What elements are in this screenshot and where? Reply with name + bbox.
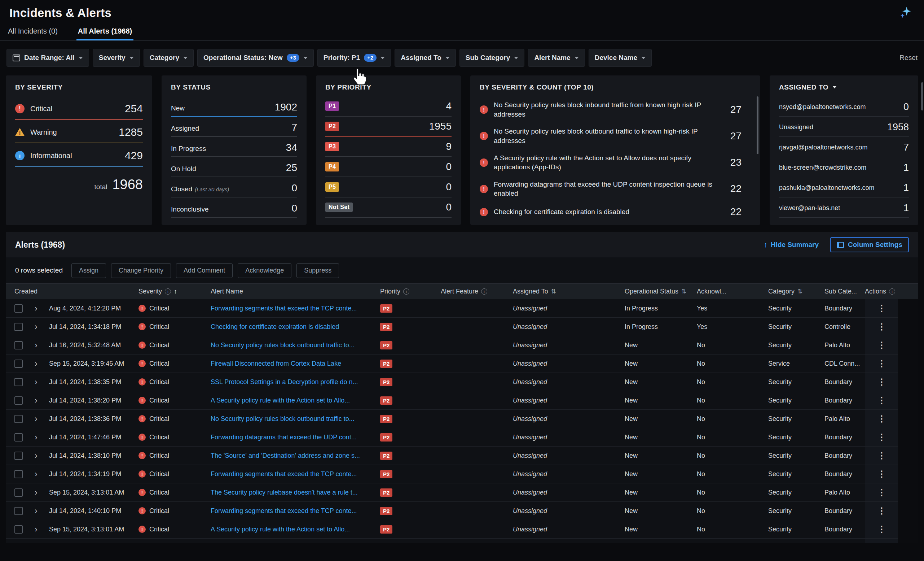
severity-summary-row[interactable]: Critical 254 [15,96,143,120]
row-checkbox[interactable] [14,470,23,478]
more-actions-icon[interactable] [878,378,886,386]
row-checkbox[interactable] [14,415,23,423]
alert-name-link[interactable]: Forwarding segments that exceed the TCP … [211,305,357,312]
alert-name-link[interactable]: Forwarding segments that exceed the TCP … [211,471,357,478]
assigned-to-dropdown[interactable]: ASSIGNED TO [779,83,909,91]
filter-pill[interactable]: Severity [93,49,140,67]
expand-row-icon[interactable] [34,489,38,497]
top-alert-row[interactable]: Forwarding datagrams that exceed the UDP… [480,176,751,202]
column-header[interactable]: Alert Name [211,288,380,295]
expand-row-icon[interactable] [34,507,38,515]
expand-row-icon[interactable] [34,525,38,534]
expand-row-icon[interactable] [34,415,38,423]
row-checkbox[interactable] [14,433,23,442]
row-checkbox[interactable] [14,341,23,349]
more-actions-icon[interactable] [878,507,886,515]
filter-pill[interactable]: Priority: P1 +2 [317,49,391,67]
alert-name-link[interactable]: The Security policy rulebase doesn't hav… [211,489,358,496]
bulk-action-button[interactable]: Acknowledge [238,263,291,278]
column-header[interactable]: Actions [865,288,898,295]
scrollbar-thumb[interactable] [757,96,759,154]
expand-row-icon[interactable] [34,433,38,442]
alert-name-link[interactable]: Forwarding datagrams that exceed the UDP… [211,433,357,441]
row-checkbox[interactable] [14,489,23,497]
priority-summary-row[interactable]: P1 4 [325,96,452,117]
priority-summary-row[interactable]: P5 0 [325,177,452,197]
column-header[interactable]: Operational Status [625,288,697,295]
row-checkbox[interactable] [14,507,23,515]
expand-row-icon[interactable] [34,304,38,313]
filter-pill[interactable]: Sub Category [459,49,525,67]
severity-summary-row[interactable]: Informational 429 [15,143,143,167]
hide-summary-button[interactable]: Hide Summary [764,241,819,249]
priority-summary-row[interactable]: P3 9 [325,137,452,157]
more-actions-icon[interactable] [878,341,886,349]
assignee-row[interactable]: nsyed@paloaltonetworks.com 0 [779,96,909,117]
more-actions-icon[interactable] [878,359,886,368]
more-actions-icon[interactable] [878,451,886,460]
bulk-action-button[interactable]: Change Priority [111,263,171,278]
top-alert-row[interactable]: A Security policy rule with the Action s… [480,149,751,176]
priority-summary-row[interactable]: Not Set 0 [325,197,452,218]
row-checkbox[interactable] [14,359,23,368]
column-settings-button[interactable]: Column Settings [830,237,909,252]
filter-pill[interactable]: Alert Name [528,49,585,67]
row-checkbox[interactable] [14,378,23,386]
priority-summary-row[interactable]: P4 0 [325,157,452,177]
expand-row-icon[interactable] [34,470,38,478]
expand-row-icon[interactable] [34,359,38,368]
more-actions-icon[interactable] [878,304,886,313]
alert-name-link[interactable]: Firewall Disconnected from Cortex Data L… [211,360,341,367]
top-alert-row[interactable]: Checking for certificate expiration is d… [480,202,751,222]
assignee-row[interactable]: pashukla@paloaltonetworks.com 1 [779,177,909,197]
row-checkbox[interactable] [14,304,23,313]
row-checkbox[interactable] [14,323,23,331]
tab[interactable]: All Alerts (1968) [76,27,134,41]
column-header[interactable]: Severity [138,288,211,295]
expand-row-icon[interactable] [34,323,38,331]
column-header[interactable]: Acknowl... [697,288,768,295]
status-summary-row[interactable]: New 1902 [171,96,297,117]
filter-pill[interactable]: Operational Status: New +3 [197,49,314,67]
column-header[interactable]: Category [768,288,825,295]
alert-name-link[interactable]: Checking for certificate expiration is d… [211,323,339,331]
expand-row-icon[interactable] [34,396,38,405]
top-alert-row[interactable]: No Security policy rules block outbound … [480,123,751,149]
status-summary-row[interactable]: Assigned 7 [171,117,297,137]
more-actions-icon[interactable] [878,396,886,405]
alert-name-link[interactable]: SSL Protocol Settings in a Decryption pr… [211,378,358,386]
expand-row-icon[interactable] [34,452,38,460]
priority-summary-row[interactable]: P2 1955 [325,117,452,137]
scrollbar-thumb[interactable] [921,82,923,110]
more-actions-icon[interactable] [878,433,886,442]
column-header[interactable]: Alert Feature [441,288,513,295]
column-header[interactable]: Sub Cate... [825,288,865,295]
column-header[interactable]: Created [14,288,138,295]
more-actions-icon[interactable] [878,414,886,423]
expand-row-icon[interactable] [34,341,38,349]
bulk-action-button[interactable]: Add Comment [176,263,232,278]
status-summary-row[interactable]: Closed(Last 30 days) 0 [171,177,297,197]
status-summary-row[interactable]: In Progress 34 [171,137,297,157]
row-checkbox[interactable] [14,396,23,405]
status-summary-row[interactable]: Inconclusive 0 [171,197,297,218]
more-actions-icon[interactable] [878,525,886,534]
more-actions-icon[interactable] [878,470,886,478]
more-actions-icon[interactable] [878,488,886,497]
status-summary-row[interactable]: On Hold 25 [171,157,297,177]
alert-name-link[interactable]: A Security policy rule with the Action s… [211,526,350,533]
reset-filters-button[interactable]: Reset [900,54,918,62]
assignee-row[interactable]: rjavgal@paloaltonetworks.com 7 [779,137,909,157]
filter-pill[interactable]: Date Range: All [6,49,89,67]
severity-summary-row[interactable]: Warning 1285 [15,120,143,143]
alert-name-link[interactable]: No Security policy rules block outbound … [211,341,354,349]
assignee-row[interactable]: blue-screen@crowdstrike.com 1 [779,157,909,177]
alert-name-link[interactable]: Forwarding segments that exceed the TCP … [211,507,357,515]
filter-pill[interactable]: Assigned To [394,49,456,67]
top-alert-row[interactable]: No Security policy rules block inbound t… [480,96,751,123]
filter-pill[interactable]: Device Name [589,49,652,67]
more-actions-icon[interactable] [878,322,886,331]
expand-row-icon[interactable] [34,378,38,386]
column-header[interactable]: Priority [380,288,441,295]
column-header[interactable]: Assigned To [513,288,625,295]
